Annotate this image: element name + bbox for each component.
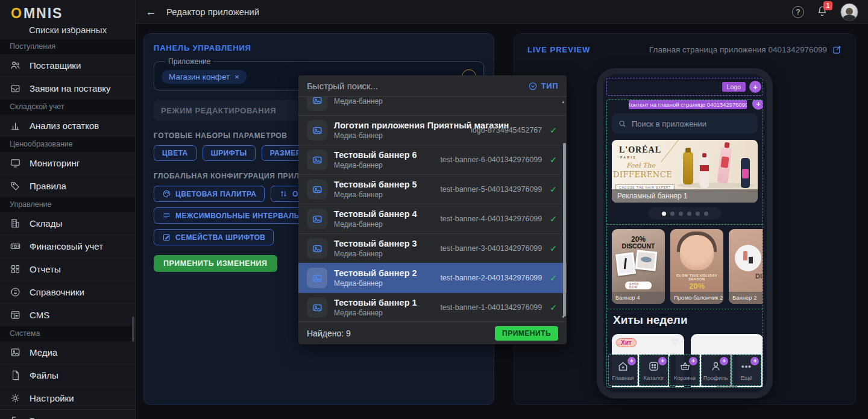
sidebar-item-stock-analysis[interactable]: Анализ остатков bbox=[0, 115, 135, 137]
notifications-button[interactable]: 1 bbox=[816, 5, 828, 19]
logo-zone[interactable]: Logo + bbox=[606, 78, 763, 96]
add-content-button[interactable]: + bbox=[752, 99, 763, 110]
user-avatar[interactable] bbox=[840, 3, 858, 21]
search-results-list: Медиа-баннер Логотип приложения Приятный… bbox=[298, 97, 567, 321]
promo-card-banner4[interactable]: 20% DISCOUNT SHOP NOW Баннер 4 bbox=[612, 229, 665, 304]
sidebar-item-logout[interactable]: Выход bbox=[0, 409, 135, 419]
sidebar-item-supply-requests[interactable]: Заявки на поставку bbox=[0, 77, 135, 99]
add-nav-button[interactable]: + bbox=[627, 357, 636, 365]
search-result-item-selected[interactable]: Тестовый баннер 2Медиа-баннер test-banne… bbox=[298, 263, 567, 292]
card-caption: Баннер 2 bbox=[729, 292, 763, 304]
media-banner-icon bbox=[312, 244, 322, 254]
promo-cards-row: 20% DISCOUNT SHOP NOW Баннер 4 GLOW TH bbox=[612, 229, 763, 304]
add-nav-button[interactable]: + bbox=[750, 357, 759, 365]
apply-button[interactable]: ПРИМЕНИТЬ bbox=[495, 326, 558, 341]
promo-banner[interactable]: L'ORÉAL PARIS Feel The DIFFERENCE CHOOSE… bbox=[612, 140, 758, 203]
back-button[interactable]: ← bbox=[145, 5, 157, 19]
search-result-item[interactable]: Логотип приложения Приятный магазинМедиа… bbox=[298, 115, 567, 145]
filter-circle-icon bbox=[528, 81, 538, 91]
scroll-up-icon[interactable]: ▲ bbox=[561, 99, 565, 104]
gear-icon bbox=[10, 392, 21, 404]
search-result-item[interactable]: Тестовый баннер 5Медиа-баннер test-banne… bbox=[298, 174, 567, 204]
add-logo-button[interactable]: + bbox=[749, 81, 761, 93]
quick-search-input[interactable] bbox=[307, 81, 528, 91]
sidebar-scrollbar[interactable] bbox=[132, 317, 134, 342]
logo-text: MNIS bbox=[24, 5, 63, 22]
content-zone[interactable]: Контент на главной странице 040134297609… bbox=[606, 99, 763, 388]
media-banner-icon bbox=[312, 273, 322, 283]
sidebar-item-monitoring[interactable]: Мониторинг bbox=[0, 152, 135, 174]
apply-changes-button[interactable]: ПРИМЕНИТЬ ИЗМЕНЕНИЯ bbox=[154, 255, 277, 272]
sidebar: OMNIS Списки избранных Поступления Поста… bbox=[0, 0, 136, 419]
help-button[interactable]: ? bbox=[792, 6, 804, 18]
nav-profile[interactable]: + Профиль bbox=[701, 354, 731, 386]
hit-badge: Хит bbox=[616, 338, 637, 347]
result-code: test-banner-3-0401342976099 bbox=[440, 244, 542, 253]
media-banner-icon bbox=[312, 125, 322, 136]
lines-icon bbox=[162, 211, 171, 220]
search-result-item[interactable]: Тестовый баннер 4Медиа-баннер test-banne… bbox=[298, 204, 567, 233]
result-code: logo-8734945452767 bbox=[471, 126, 542, 134]
search-result-item[interactable]: Тестовый баннер 6Медиа-баннер test-banne… bbox=[298, 145, 567, 174]
sidebar-item-cms[interactable]: CMS bbox=[0, 303, 135, 326]
heart-icon[interactable]: ♡ bbox=[671, 338, 679, 347]
nav-home[interactable]: + Главная bbox=[608, 354, 638, 386]
sidebar-item-settings[interactable]: Настройки bbox=[0, 386, 135, 409]
more-icon: ••• bbox=[741, 364, 752, 370]
carousel-dot[interactable] bbox=[670, 212, 675, 216]
app-search-bar[interactable]: Поиск в приложении bbox=[612, 113, 758, 134]
carousel-dot[interactable] bbox=[704, 212, 708, 216]
sidebar-item-directories[interactable]: Справочники bbox=[0, 280, 135, 303]
banner-tagline2: DIFFERENCE bbox=[613, 170, 672, 179]
application-chip[interactable]: Магазин конфет × bbox=[162, 70, 247, 84]
sidebar-item-files[interactable]: Файлы bbox=[0, 364, 135, 386]
nav-catalog[interactable]: + Каталог bbox=[639, 354, 668, 386]
sidebar-item-label: Медиа bbox=[30, 347, 57, 358]
promo-card-promo20[interactable]: GLOW THIS HOLIDAY SEASON 20% Промо-балон… bbox=[670, 229, 723, 304]
bar-chart-icon bbox=[10, 120, 21, 131]
sidebar-item-reports[interactable]: Отчеты bbox=[0, 257, 135, 280]
building-icon bbox=[10, 218, 21, 229]
carousel-dot[interactable] bbox=[687, 212, 691, 216]
add-nav-button[interactable]: + bbox=[720, 357, 728, 365]
sidebar-item-suppliers[interactable]: Поставщики bbox=[0, 54, 135, 77]
sidebar-item-label: Правила bbox=[30, 181, 66, 191]
add-nav-button[interactable]: + bbox=[658, 357, 667, 365]
sidebar-item-finance[interactable]: Финансовый учет bbox=[0, 235, 135, 257]
logout-icon bbox=[10, 415, 21, 419]
sidebar-item-favorites-partial[interactable]: Списки избранных bbox=[0, 27, 135, 39]
phone-screen: Logo + Контент на главной странице 04013… bbox=[603, 74, 767, 392]
nav-more[interactable]: •••+ Ещё bbox=[732, 354, 761, 386]
result-subtitle: Медиа-баннер bbox=[334, 309, 433, 317]
sidebar-item-label: Заявки на поставку bbox=[30, 83, 111, 93]
promo-card-banner2[interactable]: 20% DISCOUNT Баннер 2 bbox=[729, 229, 763, 304]
nav-cart[interactable]: + Корзина bbox=[670, 354, 699, 386]
edit-square-icon bbox=[162, 233, 171, 242]
popup-scrollbar[interactable] bbox=[563, 143, 566, 317]
search-result-partial[interactable]: Медиа-баннер bbox=[298, 97, 567, 115]
config-button-font-families[interactable]: СЕМЕЙСТВА ШРИФТОВ bbox=[154, 229, 274, 245]
carousel-dot[interactable] bbox=[662, 212, 666, 216]
add-nav-button[interactable]: + bbox=[689, 357, 697, 365]
chip-remove-icon[interactable]: × bbox=[234, 72, 239, 81]
sidebar-item-rules[interactable]: Правила bbox=[0, 174, 135, 197]
config-button-label: СЕМЕЙСТВА ШРИФТОВ bbox=[175, 233, 265, 242]
edit-page-icon[interactable] bbox=[832, 45, 842, 55]
carousel-dot[interactable] bbox=[696, 212, 700, 216]
search-result-item[interactable]: Тестовый баннер 1Медиа-баннер test-banne… bbox=[298, 292, 567, 321]
search-result-item[interactable]: Тестовый баннер 3Медиа-баннер test-banne… bbox=[298, 233, 567, 263]
sidebar-item-label: Файлы bbox=[30, 370, 58, 380]
preset-button-colors[interactable]: ЦВЕТА bbox=[154, 145, 197, 161]
sidebar-item-media[interactable]: Медиа bbox=[0, 341, 135, 364]
carousel-dot[interactable] bbox=[679, 212, 683, 216]
check-icon: ✓ bbox=[550, 125, 557, 135]
config-button-palette[interactable]: ЦВЕТОВАЯ ПАЛИТРА bbox=[154, 186, 265, 202]
media-banner-icon bbox=[312, 97, 322, 106]
config-button-letter-spacing[interactable]: МЕЖСИМВОЛЬНЫЕ ИНТЕРВАЛЫ bbox=[154, 207, 310, 224]
search-icon bbox=[618, 119, 627, 128]
banner-brand-sub: PARIS bbox=[620, 156, 637, 159]
sidebar-item-warehouses[interactable]: Склады bbox=[0, 212, 135, 235]
preset-button-fonts[interactable]: ШРИФТЫ bbox=[203, 145, 256, 161]
type-filter-label: ТИП bbox=[541, 81, 558, 90]
type-filter-button[interactable]: ТИП bbox=[528, 81, 558, 91]
